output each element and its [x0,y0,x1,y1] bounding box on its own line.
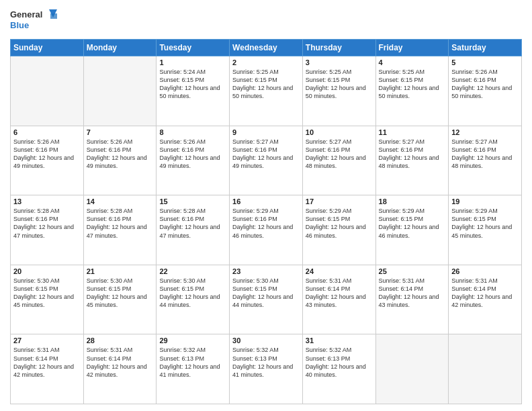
calendar-cell: 18Sunrise: 5:29 AM Sunset: 6:15 PM Dayli… [375,195,449,265]
calendar-cell [83,56,157,126]
day-number: 27 [13,336,81,345]
calendar-cell: 16Sunrise: 5:29 AM Sunset: 6:16 PM Dayli… [230,195,303,265]
day-info: Sunrise: 5:28 AM Sunset: 6:16 PM Dayligh… [159,207,226,240]
calendar-cell: 11Sunrise: 5:27 AM Sunset: 6:16 PM Dayli… [375,126,449,195]
day-info: Sunrise: 5:31 AM Sunset: 6:14 PM Dayligh… [379,277,446,310]
day-number: 19 [451,197,519,205]
calendar-cell: 31Sunrise: 5:32 AM Sunset: 6:13 PM Dayli… [302,334,375,404]
logo-svg: General Blue [10,7,57,34]
calendar-cell: 14Sunrise: 5:28 AM Sunset: 6:16 PM Dayli… [83,195,157,265]
calendar-cell: 1Sunrise: 5:24 AM Sunset: 6:15 PM Daylig… [157,56,230,126]
day-info: Sunrise: 5:25 AM Sunset: 6:15 PM Dayligh… [379,68,446,101]
calendar-cell: 15Sunrise: 5:28 AM Sunset: 6:16 PM Dayli… [157,195,230,265]
day-info: Sunrise: 5:27 AM Sunset: 6:16 PM Dayligh… [306,138,373,171]
day-info: Sunrise: 5:30 AM Sunset: 6:15 PM Dayligh… [87,277,154,310]
day-number: 6 [13,128,81,136]
day-info: Sunrise: 5:31 AM Sunset: 6:14 PM Dayligh… [306,277,373,310]
calendar-header-row: Sunday Monday Tuesday Wednesday Thursday… [11,40,522,56]
day-number: 22 [159,267,226,275]
calendar-cell: 5Sunrise: 5:26 AM Sunset: 6:16 PM Daylig… [449,56,522,126]
calendar-cell [11,56,84,126]
day-info: Sunrise: 5:32 AM Sunset: 6:13 PM Dayligh… [159,346,226,379]
day-number: 1 [159,58,226,66]
calendar-cell [449,334,522,404]
day-number: 26 [451,267,519,275]
logo: General Blue [10,7,57,34]
day-info: Sunrise: 5:27 AM Sunset: 6:16 PM Dayligh… [451,138,519,171]
day-number: 8 [159,128,226,136]
day-info: Sunrise: 5:31 AM Sunset: 6:14 PM Dayligh… [87,346,154,379]
day-info: Sunrise: 5:26 AM Sunset: 6:16 PM Dayligh… [87,138,154,171]
day-info: Sunrise: 5:30 AM Sunset: 6:15 PM Dayligh… [232,277,300,310]
calendar-cell: 28Sunrise: 5:31 AM Sunset: 6:14 PM Dayli… [83,334,157,404]
week-row-1: 1Sunrise: 5:24 AM Sunset: 6:15 PM Daylig… [11,56,522,126]
calendar-table: Sunday Monday Tuesday Wednesday Thursday… [10,39,522,404]
day-number: 4 [379,58,446,66]
day-info: Sunrise: 5:27 AM Sunset: 6:16 PM Dayligh… [232,138,300,171]
col-thursday: Thursday [302,40,375,56]
day-info: Sunrise: 5:31 AM Sunset: 6:14 PM Dayligh… [451,277,519,310]
day-number: 29 [159,336,226,345]
day-number: 11 [379,128,446,136]
col-tuesday: Tuesday [157,40,230,56]
calendar-cell: 13Sunrise: 5:28 AM Sunset: 6:16 PM Dayli… [11,195,84,265]
day-info: Sunrise: 5:30 AM Sunset: 6:15 PM Dayligh… [159,277,226,310]
day-number: 28 [87,336,154,345]
calendar-cell: 21Sunrise: 5:30 AM Sunset: 6:15 PM Dayli… [83,265,157,334]
day-number: 3 [306,58,373,66]
calendar-cell: 10Sunrise: 5:27 AM Sunset: 6:16 PM Dayli… [302,126,375,195]
day-number: 24 [306,267,373,275]
col-saturday: Saturday [449,40,522,56]
day-info: Sunrise: 5:28 AM Sunset: 6:16 PM Dayligh… [87,207,154,240]
calendar-cell: 27Sunrise: 5:31 AM Sunset: 6:14 PM Dayli… [11,334,84,404]
page: General Blue Sunday Monday Tuesday Wedne… [0,0,532,411]
svg-text:Blue: Blue [10,20,29,30]
day-number: 5 [451,58,519,66]
calendar-cell: 22Sunrise: 5:30 AM Sunset: 6:15 PM Dayli… [157,265,230,334]
col-wednesday: Wednesday [230,40,303,56]
header: General Blue [10,7,522,34]
week-row-5: 27Sunrise: 5:31 AM Sunset: 6:14 PM Dayli… [11,334,522,404]
calendar-cell: 30Sunrise: 5:32 AM Sunset: 6:13 PM Dayli… [230,334,303,404]
day-info: Sunrise: 5:29 AM Sunset: 6:15 PM Dayligh… [379,207,446,240]
day-info: Sunrise: 5:31 AM Sunset: 6:14 PM Dayligh… [13,346,81,379]
calendar-cell: 17Sunrise: 5:29 AM Sunset: 6:15 PM Dayli… [302,195,375,265]
week-row-3: 13Sunrise: 5:28 AM Sunset: 6:16 PM Dayli… [11,195,522,265]
day-number: 7 [87,128,154,136]
day-number: 21 [87,267,154,275]
day-number: 16 [232,197,300,205]
day-number: 9 [232,128,300,136]
day-info: Sunrise: 5:30 AM Sunset: 6:15 PM Dayligh… [13,277,81,310]
day-number: 10 [306,128,373,136]
day-number: 20 [13,267,81,275]
calendar-cell: 4Sunrise: 5:25 AM Sunset: 6:15 PM Daylig… [375,56,449,126]
calendar-cell: 26Sunrise: 5:31 AM Sunset: 6:14 PM Dayli… [449,265,522,334]
day-number: 17 [306,197,373,205]
day-info: Sunrise: 5:26 AM Sunset: 6:16 PM Dayligh… [13,138,81,171]
col-monday: Monday [83,40,157,56]
day-info: Sunrise: 5:32 AM Sunset: 6:13 PM Dayligh… [232,346,300,379]
day-info: Sunrise: 5:26 AM Sunset: 6:16 PM Dayligh… [159,138,226,171]
day-number: 23 [232,267,300,275]
col-sunday: Sunday [11,40,84,56]
day-number: 18 [379,197,446,205]
day-info: Sunrise: 5:29 AM Sunset: 6:15 PM Dayligh… [451,207,519,240]
calendar-cell: 9Sunrise: 5:27 AM Sunset: 6:16 PM Daylig… [230,126,303,195]
svg-text:General: General [10,9,42,19]
day-info: Sunrise: 5:27 AM Sunset: 6:16 PM Dayligh… [379,138,446,171]
calendar-cell: 7Sunrise: 5:26 AM Sunset: 6:16 PM Daylig… [83,126,157,195]
day-number: 15 [159,197,226,205]
calendar-cell: 3Sunrise: 5:25 AM Sunset: 6:15 PM Daylig… [302,56,375,126]
calendar-cell [375,334,449,404]
day-info: Sunrise: 5:28 AM Sunset: 6:16 PM Dayligh… [13,207,81,240]
day-number: 2 [232,58,300,66]
calendar-cell: 6Sunrise: 5:26 AM Sunset: 6:16 PM Daylig… [11,126,84,195]
calendar-cell: 8Sunrise: 5:26 AM Sunset: 6:16 PM Daylig… [157,126,230,195]
day-info: Sunrise: 5:25 AM Sunset: 6:15 PM Dayligh… [306,68,373,101]
calendar-cell: 25Sunrise: 5:31 AM Sunset: 6:14 PM Dayli… [375,265,449,334]
calendar-cell: 12Sunrise: 5:27 AM Sunset: 6:16 PM Dayli… [449,126,522,195]
day-info: Sunrise: 5:26 AM Sunset: 6:16 PM Dayligh… [451,68,519,101]
calendar-cell: 23Sunrise: 5:30 AM Sunset: 6:15 PM Dayli… [230,265,303,334]
day-number: 30 [232,336,300,345]
day-number: 25 [379,267,446,275]
